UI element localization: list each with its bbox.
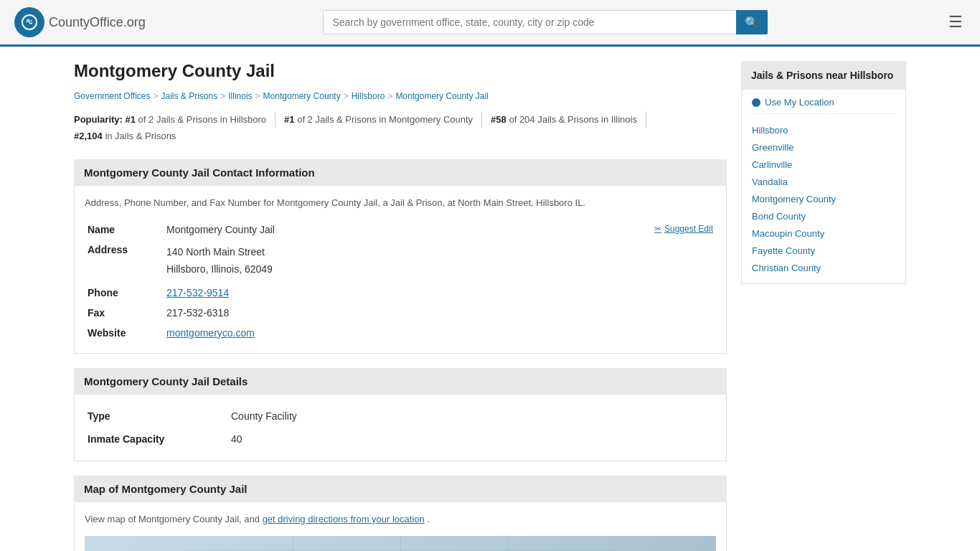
search-area: 🔍 [323, 10, 768, 34]
map-desc-end: . [427, 514, 430, 524]
logo-text: CountyOffice.org [49, 15, 146, 30]
phone-label: Phone [85, 283, 164, 303]
sidebar-link-carlinville[interactable]: Carlinville [752, 159, 792, 170]
suggest-edit-icon: ✂ [654, 224, 661, 234]
sidebar-link-montgomery[interactable]: Montgomery County [752, 194, 836, 204]
website-label: Website [85, 323, 164, 343]
address-label: Address [85, 240, 164, 283]
sidebar-link-fayette[interactable]: Fayette County [752, 245, 815, 256]
suggest-edit-label: Suggest Edit [664, 224, 713, 234]
breadcrumb-link-montgomery[interactable]: Montgomery County [263, 91, 341, 101]
breadcrumb-sep-2: > [220, 91, 225, 101]
contact-section-body: Address, Phone Number, and Fax Number fo… [74, 186, 727, 354]
address-cell: 140 North Main Street Hillsboro, Illinoi… [164, 240, 716, 283]
breadcrumb-link-illinois[interactable]: Illinois [228, 91, 252, 101]
sidebar-link-hillsboro[interactable]: Hillsboro [752, 125, 788, 136]
sidebar: Jails & Prisons near Hillsboro Use My Lo… [741, 61, 906, 551]
table-row-capacity: Inmate Capacity 40 [85, 428, 716, 451]
table-row-name: Name Montgomery County Jail ✂ Suggest Ed… [85, 220, 716, 240]
phone-link[interactable]: 217-532-9514 [166, 287, 229, 298]
name-row: Montgomery County Jail ✂ Suggest Edit [166, 224, 713, 235]
phone-cell: 217-532-9514 [164, 283, 716, 303]
list-item: Macoupin County [752, 225, 895, 242]
map-section: Map of Montgomery County Jail View map o… [74, 476, 727, 551]
use-location-label: Use My Location [765, 97, 834, 108]
map-desc-text: View map of Montgomery County Jail, and [85, 514, 260, 524]
list-item: Greenville [752, 138, 895, 156]
breadcrumb-link-gov[interactable]: Government Offices [74, 91, 151, 101]
type-label: Type [85, 405, 228, 428]
list-item: Carlinville [752, 156, 895, 173]
capacity-label: Inmate Capacity [85, 428, 228, 451]
page-title: Montgomery County Jail [74, 61, 727, 81]
sidebar-header: Jails & Prisons near Hillsboro [741, 61, 906, 90]
contact-section-header: Montgomery County Jail Contact Informati… [74, 159, 727, 186]
name-value: Montgomery County Jail [166, 224, 275, 235]
table-row-fax: Fax 217-532-6318 [85, 303, 716, 323]
popularity-hillsboro: #1 of 2 Jails & Prisons in Hillsboro [126, 111, 276, 128]
popularity-illinois: #58 of 204 Jails & Prisons in Illinois [491, 111, 646, 128]
menu-button[interactable]: ☰ [946, 10, 966, 34]
sidebar-link-greenville[interactable]: Greenville [752, 142, 794, 153]
map-description: View map of Montgomery County Jail, and … [85, 512, 716, 527]
main-container: Montgomery County Jail Government Office… [60, 47, 920, 551]
table-row-type: Type County Facility [85, 405, 716, 428]
hamburger-icon: ☰ [948, 13, 963, 31]
breadcrumb-sep-4: > [344, 91, 349, 101]
name-label: Name [85, 220, 164, 240]
sidebar-link-vandalia[interactable]: Vandalia [752, 176, 788, 187]
driving-directions-link[interactable]: get driving directions from your locatio… [263, 514, 425, 524]
address-line2: Hillsboro, Illinois, 62049 [166, 261, 713, 278]
suggest-edit-button[interactable]: ✂ Suggest Edit [654, 224, 713, 234]
address-line1: 140 North Main Street [166, 244, 713, 261]
list-item: Christian County [752, 259, 895, 276]
capacity-value: 40 [228, 428, 716, 451]
popularity-national: #2,104 in Jails & Prisons [74, 128, 184, 144]
table-row-phone: Phone 217-532-9514 [85, 283, 716, 303]
sidebar-link-macoupin[interactable]: Macoupin County [752, 228, 824, 239]
search-button[interactable]: 🔍 [736, 10, 768, 34]
details-section-header: Montgomery County Jail Details [74, 368, 727, 395]
table-row-website: Website montgomeryco.com [85, 323, 716, 343]
sidebar-link-bond[interactable]: Bond County [752, 211, 806, 222]
location-dot-icon [752, 98, 760, 107]
popularity-bar: Popularity: #1 of 2 Jails & Prisons in H… [74, 111, 727, 145]
fax-label: Fax [85, 303, 164, 323]
map-section-header: Map of Montgomery County Jail [74, 476, 727, 502]
search-input[interactable] [323, 10, 768, 34]
breadcrumb-link-hillsboro[interactable]: Hillsboro [352, 91, 385, 101]
table-row-address: Address 140 North Main Street Hillsboro,… [85, 240, 716, 283]
list-item: Bond County [752, 207, 895, 225]
details-table: Type County Facility Inmate Capacity 40 [85, 405, 716, 451]
use-my-location-button[interactable]: Use My Location [752, 97, 895, 114]
details-section: Montgomery County Jail Details Type Coun… [74, 368, 727, 461]
list-item: Montgomery County [752, 190, 895, 207]
breadcrumb-sep-1: > [154, 91, 159, 101]
details-section-body: Type County Facility Inmate Capacity 40 [74, 395, 727, 461]
website-link[interactable]: montgomeryco.com [166, 327, 255, 339]
breadcrumb: Government Offices > Jails & Prisons > I… [74, 91, 727, 101]
sidebar-links-list: Hillsboro Greenville Carlinville Vandali… [752, 121, 895, 276]
list-item: Fayette County [752, 242, 895, 259]
logo-suffix: .org [123, 15, 146, 29]
contact-info-table: Name Montgomery County Jail ✂ Suggest Ed… [85, 220, 716, 343]
content-area: Montgomery County Jail Government Office… [74, 61, 727, 551]
site-header: CountyOffice.org 🔍 ☰ [0, 0, 980, 47]
breadcrumb-link-jails[interactable]: Jails & Prisons [161, 91, 218, 101]
sidebar-link-christian[interactable]: Christian County [752, 263, 821, 273]
contact-section: Montgomery County Jail Contact Informati… [74, 159, 727, 354]
breadcrumb-sep-5: > [387, 91, 392, 101]
logo-icon [14, 7, 44, 37]
type-value: County Facility [228, 405, 716, 428]
popularity-montgomery: #1 of 2 Jails & Prisons in Montgomery Co… [284, 111, 482, 128]
logo-area: CountyOffice.org [14, 7, 146, 37]
list-item: Hillsboro [752, 121, 895, 138]
sidebar-body: Use My Location Hillsboro Greenville Car… [741, 90, 906, 284]
search-icon: 🔍 [745, 17, 759, 29]
website-cell: montgomeryco.com [164, 323, 716, 343]
contact-description: Address, Phone Number, and Fax Number fo… [85, 196, 716, 210]
logo-brand: CountyOffice [49, 15, 123, 29]
breadcrumb-link-jail[interactable]: Montgomery County Jail [395, 91, 488, 101]
popularity-label: Popularity: [74, 114, 126, 125]
map-placeholder[interactable]: 📍 [85, 536, 716, 551]
